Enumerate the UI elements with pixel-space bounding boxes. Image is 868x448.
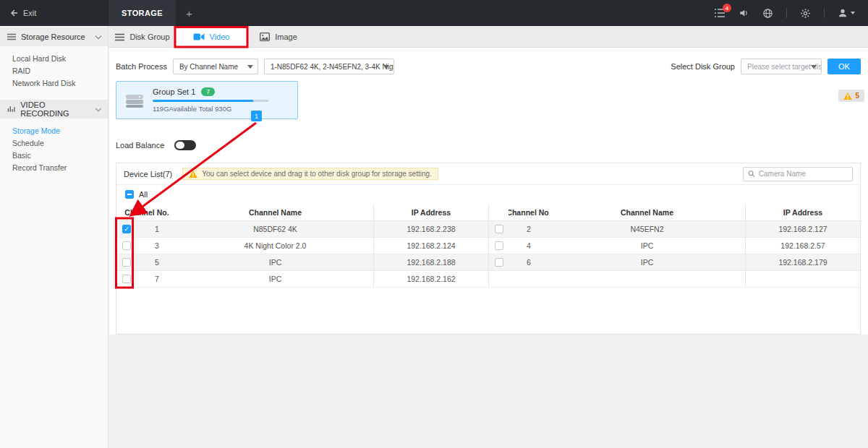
row-checkbox[interactable] (495, 241, 503, 250)
table-header: Channel No. Channel Name IP Address Chan… (116, 204, 860, 221)
exit-button[interactable]: Exit (0, 9, 109, 17)
tab-strip: Disk Group Video Image (109, 26, 868, 48)
table-row[interactable]: 1 N85DF62 4K 192.168.2.238 2 N45EFN2 192… (116, 221, 860, 238)
channel-no (509, 271, 549, 287)
channel-no: 3 (137, 238, 177, 254)
chevron-down-icon (95, 33, 101, 38)
chevron-down-icon (95, 105, 101, 111)
section-label: Storage Resource (21, 33, 85, 41)
drag-hint: You can select device and drag it to oth… (182, 168, 438, 180)
ip-address: 192.168.2.127 (745, 221, 860, 237)
disk-group-icon (115, 33, 124, 41)
target-disk-select[interactable]: Please select target disk ... (741, 59, 822, 74)
ip-address: 192.168.2.179 (745, 254, 860, 270)
ip-address (745, 271, 860, 287)
ip-address: 192.168.2.188 (373, 254, 488, 270)
channels-select[interactable]: 1-N85DF62 4K, 2-N45EFN2, 3-4K Night Co..… (264, 59, 394, 74)
storage-tab[interactable]: STORAGE (109, 0, 176, 26)
sidebar-item-basic[interactable]: Basic (0, 150, 108, 162)
row-checkbox[interactable] (122, 258, 131, 267)
divider (824, 8, 825, 18)
channel-name: IPC (549, 254, 745, 270)
select-all-label: All (139, 190, 148, 199)
ip-address: 192.168.2.238 (373, 221, 488, 237)
sidebar-item-raid[interactable]: RAID (0, 65, 108, 77)
tab-image[interactable]: Image (247, 26, 310, 48)
col-channel-no: Channel No. (116, 204, 177, 220)
main-area: Disk Group Video Image Batch Process By … (109, 26, 868, 448)
alarm-speaker-icon[interactable] (739, 8, 749, 18)
col-checkbox (488, 204, 509, 220)
channel-name: IPC (177, 271, 373, 287)
user-menu[interactable] (838, 8, 855, 18)
row-checkbox[interactable] (122, 241, 131, 250)
chevron-down-icon (247, 65, 253, 69)
sidebar-item-storage-mode[interactable]: Storage Mode (0, 125, 108, 137)
channel-no: 7 (137, 271, 177, 287)
sidebar-item-schedule[interactable]: Schedule (0, 137, 108, 150)
video-recording-items: Storage Mode Schedule Basic Record Trans… (0, 119, 108, 183)
channel-name: IPC (177, 254, 373, 270)
load-balance-toggle[interactable] (174, 140, 196, 150)
table-row[interactable]: 5 IPC 192.168.2.188 6 IPC 192.168.2.179 (116, 254, 860, 271)
sidebar: Storage Resource Local Hard Disk RAID Ne… (0, 26, 109, 448)
tab-disk-group[interactable]: Disk Group (109, 26, 176, 48)
batch-process-label: Batch Process (116, 62, 167, 71)
user-icon (838, 8, 848, 18)
select-all-checkbox[interactable] (125, 190, 134, 199)
sidebar-item-local-hard-disk[interactable]: Local Hard Disk (0, 53, 108, 65)
channel-name: N45EFN2 (549, 221, 745, 237)
channel-no: 1 (137, 221, 177, 237)
network-icon[interactable] (762, 8, 773, 19)
col-channel-no: Channel No. (509, 204, 549, 220)
sidebar-section-storage-resource[interactable]: Storage Resource (0, 27, 108, 46)
channel-count-badge: 7 (201, 87, 215, 96)
disk-group-controls: Select Disk Group Please select target d… (671, 59, 861, 74)
settings-gear-icon[interactable] (800, 8, 811, 19)
select-disk-group-label: Select Disk Group (671, 62, 735, 71)
exit-label: Exit (23, 9, 36, 17)
camera-search-box[interactable] (743, 167, 853, 181)
warning-count-badge[interactable]: 5 (838, 90, 864, 102)
row-checkbox[interactable] (495, 258, 503, 267)
table-row[interactable]: 3 4K Night Color 2.0 192.168.2.124 4 IPC… (116, 238, 860, 254)
channel-no: 5 (137, 254, 177, 270)
tab-label: Disk Group (129, 33, 169, 41)
top-bar: Exit STORAGE + 4 (0, 0, 868, 26)
add-tab-button[interactable]: + (176, 7, 203, 20)
ok-button[interactable]: OK (827, 59, 861, 74)
col-ip-address: IP Address (745, 204, 860, 220)
device-list-title: Device List(7) (124, 170, 172, 178)
image-icon (260, 33, 270, 41)
ip-address: 192.168.2.124 (373, 238, 488, 254)
section-label: VIDEO RECORDING (20, 100, 91, 118)
batch-mode-select[interactable]: By Channel Name (173, 59, 258, 74)
storage-resource-items: Local Hard Disk RAID Network Hard Disk (0, 46, 108, 98)
sidebar-section-video-recording[interactable]: VIDEO RECORDING (0, 100, 108, 119)
device-list-header: Device List(7) You can select device and… (116, 163, 860, 185)
row-checkbox[interactable] (495, 225, 503, 233)
load-balance-row: Load Balance (116, 140, 196, 150)
row-checkbox[interactable] (122, 275, 131, 283)
channel-name: 4K Night Color 2.0 (177, 238, 373, 254)
chevron-down-icon (851, 12, 855, 14)
row-checkbox[interactable] (122, 225, 131, 233)
back-arrow-icon (9, 9, 18, 17)
chevron-down-icon (383, 65, 389, 69)
group-title: Group Set 1 (153, 87, 195, 96)
task-list-icon[interactable]: 4 (714, 8, 726, 18)
sidebar-item-record-transfer[interactable]: Record Transfer (0, 162, 108, 174)
group-set-card[interactable]: Group Set 1 7 119GAvailable Total 930G (116, 81, 298, 119)
search-input[interactable] (759, 170, 848, 178)
tab-video[interactable]: Video (176, 26, 247, 48)
sidebar-item-network-hard-disk[interactable]: Network Hard Disk (0, 77, 108, 90)
load-balance-label: Load Balance (116, 141, 164, 150)
channel-no: 4 (509, 238, 549, 254)
drag-count-badge: 1 (251, 111, 262, 121)
channel-name: IPC (549, 238, 745, 254)
channel-no: 2 (509, 221, 549, 237)
channel-no: 6 (509, 254, 549, 270)
batch-toolbar: Batch Process By Channel Name 1-N85DF62 … (116, 58, 861, 75)
ip-address: 192.168.2.162 (373, 271, 488, 287)
table-row[interactable]: 7 IPC 192.168.2.162 (116, 271, 860, 288)
